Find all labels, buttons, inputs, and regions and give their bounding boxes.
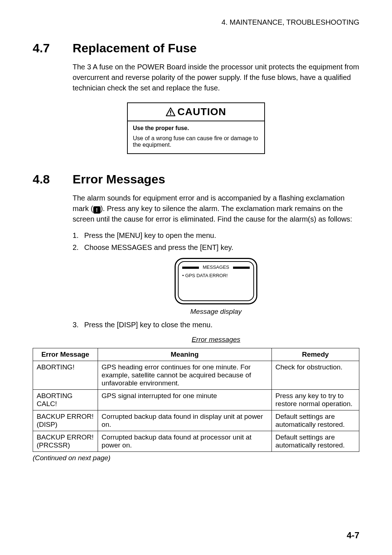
step-3-text: Press the [DISP] key to close the menu. (84, 320, 213, 330)
section-48-heading: 4.8 Error Messages (33, 172, 359, 186)
table-row: ABORTING! GPS heading error continues fo… (33, 361, 359, 390)
section-47-number: 4.7 (33, 41, 58, 55)
svg-rect-1 (170, 110, 171, 113)
table-row: BACKUP ERROR!(DISP) Corrupted backup dat… (33, 410, 359, 431)
step-3: 3. Press the [DISP] key to close the men… (73, 320, 359, 330)
display-caption: Message display (73, 307, 359, 317)
warning-triangle-icon (166, 108, 175, 116)
table-row: ABORTING CALC! GPS signal interrupted fo… (33, 390, 359, 410)
section-48-paragraph: The alarm sounds for equipment error and… (73, 193, 359, 224)
caution-title-text: CAUTION (177, 106, 226, 117)
step-3-marker: 3. (73, 320, 81, 330)
table-caption: Error messages (73, 335, 359, 345)
section-48-number: 4.8 (33, 172, 58, 186)
th-error-message: Error Message (33, 348, 98, 361)
section-47-title: Replacement of Fuse (73, 41, 197, 55)
caution-box: CAUTION Use the proper fuse. Use of a wr… (127, 102, 265, 154)
cell-remedy: Press any key to try to restore normal o… (271, 390, 359, 410)
continued-note: (Continued on next page) (33, 454, 359, 462)
cell-remedy: Default settings are automatically resto… (271, 410, 359, 431)
section-47-body: The 3 A fuse on the POWER Board inside t… (73, 62, 359, 93)
cell-meaning: GPS heading error continues for one minu… (98, 361, 271, 390)
cell-meaning: Corrupted backup data found at processor… (98, 431, 271, 452)
step-1: 1. Press the [MENU] key to open the menu… (73, 230, 359, 241)
cell-meaning: GPS signal interrupted for one minute (98, 390, 271, 410)
section-48-title: Error Messages (73, 172, 165, 186)
th-meaning: Meaning (98, 348, 271, 361)
step-list-3: 3. Press the [DISP] key to close the men… (73, 320, 359, 330)
step-2: 2. Choose MESSAGES and press the [ENT] k… (73, 242, 359, 253)
caution-title-row: CAUTION (128, 103, 264, 121)
section-47-heading: 4.7 Replacement of Fuse (33, 41, 359, 55)
table-header-row: Error Message Meaning Remedy (33, 348, 359, 361)
caution-body: Use the proper fuse. Use of a wrong fuse… (128, 121, 264, 153)
cell-error: ABORTING CALC! (33, 390, 98, 410)
cell-error: BACKUP ERROR!(DISP) (33, 410, 98, 431)
svg-rect-2 (170, 114, 171, 115)
step-2-marker: 2. (73, 242, 81, 253)
step-list: 1. Press the [MENU] key to open the menu… (73, 230, 359, 253)
caution-body-text: Use of a wrong fuse can cause fire or da… (133, 135, 258, 148)
caution-bold-line: Use the proper fuse. (133, 125, 259, 131)
display-outer: MESSAGES • GPS DATA ERROR! (175, 258, 257, 304)
step-1-marker: 1. (73, 230, 81, 241)
running-header: 4. MAINTENANCE, TROUBLESHOOTING (33, 18, 359, 27)
section-47-paragraph: The 3 A fuse on the POWER Board inside t… (73, 62, 359, 93)
para-after: ). Press any key to silence the alarm. T… (73, 204, 352, 223)
page-number: 4-7 (347, 530, 359, 540)
display-body-line: • GPS DATA ERROR! (182, 272, 250, 279)
th-remedy: Remedy (271, 348, 359, 361)
table-row: BACKUP ERROR!(PRCSSR) Corrupted backup d… (33, 431, 359, 452)
step-2-text: Choose MESSAGES and press the [ENT] key. (84, 242, 233, 253)
cell-error: ABORTING! (33, 361, 98, 390)
cell-error: BACKUP ERROR!(PRCSSR) (33, 431, 98, 452)
exclamation-icon: ! (93, 206, 101, 214)
step-1-text: Press the [MENU] key to open the menu. (84, 230, 216, 241)
cell-meaning: Corrupted backup data found in display u… (98, 410, 271, 431)
message-display-illustration: MESSAGES • GPS DATA ERROR! (73, 258, 359, 304)
section-48-body: The alarm sounds for equipment error and… (73, 193, 359, 344)
cell-remedy: Default settings are automatically resto… (271, 431, 359, 452)
error-messages-table: Error Message Meaning Remedy ABORTING! G… (33, 348, 359, 452)
display-inner: MESSAGES • GPS DATA ERROR! (178, 261, 254, 301)
cell-remedy: Check for obstruction. (271, 361, 359, 390)
display-header: MESSAGES (182, 264, 250, 271)
